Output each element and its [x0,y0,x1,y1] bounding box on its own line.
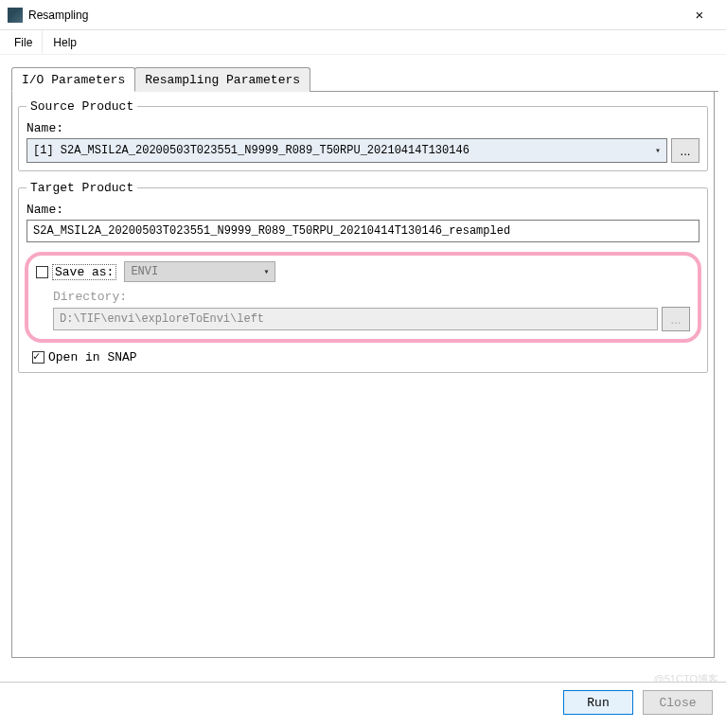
chevron-down-icon: ▾ [655,145,661,156]
saveas-format-value: ENVI [131,265,158,278]
saveas-checkbox[interactable] [36,266,48,278]
open-in-snap-label: Open in SNAP [48,350,137,364]
app-icon [8,8,23,23]
footer: Run Close [0,682,726,722]
tabstrip: I/O Parameters Resampling Parameters [11,66,718,92]
highlight-annotation: Save as: ENVI ▾ Directory: D:\TIF\envi\e… [25,252,701,343]
window-title: Resampling [28,9,88,22]
source-product-value: [1] S2A_MSIL2A_20200503T023551_N9999_R08… [33,144,469,157]
titlebar: Resampling × [0,0,726,30]
directory-block: Directory: D:\TIF\envi\exploreToEnvi\lef… [53,290,690,331]
menu-file[interactable]: File [4,30,43,54]
target-name-label: Name: [27,203,699,217]
chevron-down-icon: ▾ [263,266,269,277]
directory-value: D:\TIF\envi\exploreToEnvi\left [60,312,264,326]
target-product-legend: Target Product [27,181,137,195]
open-in-snap-checkbox[interactable] [32,351,44,364]
source-browse-button[interactable]: ... [671,138,699,163]
directory-field: D:\TIF\envi\exploreToEnvi\left [53,308,658,330]
menu-help[interactable]: Help [43,30,87,54]
directory-label: Directory: [53,290,690,304]
target-name-input[interactable] [27,220,699,242]
menubar: File Help [0,30,726,55]
source-product-legend: Source Product [27,99,137,114]
tab-resampling-parameters[interactable]: Resampling Parameters [134,67,310,92]
open-in-snap-row: Open in SNAP [32,350,699,364]
saveas-format-select: ENVI ▾ [124,261,275,282]
close-button[interactable]: × [681,7,718,23]
titlebar-left: Resampling [8,8,88,23]
tab-body: Source Product Name: [1] S2A_MSIL2A_2020… [11,92,715,658]
close-button-footer[interactable]: Close [643,690,713,715]
source-product-group: Source Product Name: [1] S2A_MSIL2A_2020… [18,99,708,171]
source-name-label: Name: [27,121,699,135]
saveas-label: Save as: [52,264,116,280]
run-button[interactable]: Run [563,690,633,715]
directory-browse-button: ... [662,307,690,331]
tab-io-parameters[interactable]: I/O Parameters [11,67,135,92]
content-area: I/O Parameters Resampling Parameters Sou… [0,55,726,666]
target-product-group: Target Product Name: Save as: ENVI ▾ Dir… [18,181,708,373]
saveas-row: Save as: ENVI ▾ [36,261,690,282]
source-product-select[interactable]: [1] S2A_MSIL2A_20200503T023551_N9999_R08… [27,138,667,163]
